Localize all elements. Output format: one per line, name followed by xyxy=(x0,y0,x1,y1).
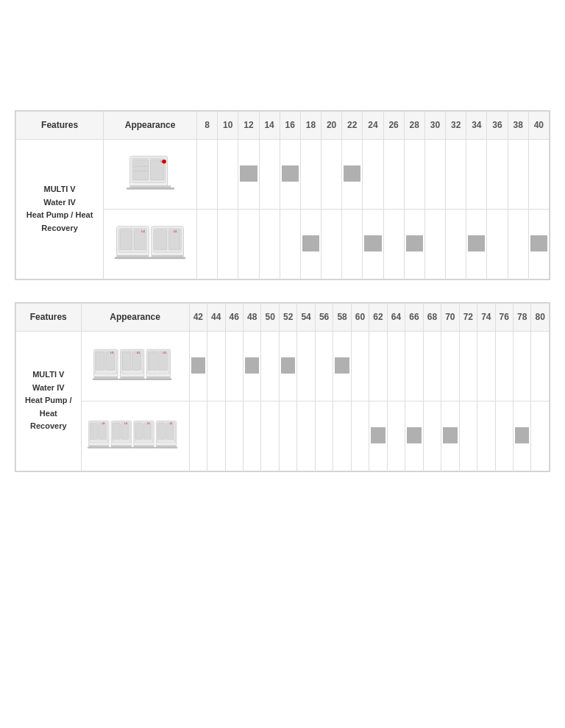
data-cell-row1-col8 xyxy=(363,139,383,209)
filled-block xyxy=(191,357,205,374)
data-cell-row2-col15 xyxy=(459,401,477,471)
data-cell-row2-col15 xyxy=(508,209,528,279)
features-header-1: Features xyxy=(16,112,104,140)
svg-rect-60 xyxy=(143,424,151,440)
data-cell-row1-col4 xyxy=(261,331,279,401)
table-1: Features Appearance 81012141618202224262… xyxy=(15,110,550,280)
data-cell-row1-col14 xyxy=(487,139,508,209)
data-cell-row2-col5 xyxy=(300,209,321,279)
col-header-20: 20 xyxy=(321,112,342,140)
svg-rect-68 xyxy=(154,447,177,449)
svg-rect-65 xyxy=(157,424,165,440)
data-cell-row2-col13 xyxy=(423,401,441,471)
features-header-2: Features xyxy=(16,303,82,331)
svg-rect-41 xyxy=(146,378,172,380)
col-header-48: 48 xyxy=(243,303,260,331)
table-row: MULTI VWater IVHeat Pump / HeatRecovery … xyxy=(16,331,550,401)
data-cell-row2-col5 xyxy=(279,401,296,471)
appearance-header-2: Appearance xyxy=(81,303,189,331)
col-header-56: 56 xyxy=(315,303,333,331)
filled-block xyxy=(515,427,529,443)
col-header-14: 14 xyxy=(259,112,280,140)
data-cell-row1-col10 xyxy=(369,331,387,401)
col-header-68: 68 xyxy=(423,303,441,331)
data-cell-row1-col2 xyxy=(225,331,243,401)
data-cell-row2-col10 xyxy=(369,401,387,471)
data-cell-row1-col4 xyxy=(280,139,300,209)
data-cell-row2-col10 xyxy=(404,209,424,279)
appearance-cell-1: LG LG LG xyxy=(81,331,189,401)
col-header-66: 66 xyxy=(405,303,423,331)
col-header-72: 72 xyxy=(459,303,477,331)
data-cell-row2-col9 xyxy=(351,401,369,471)
feature-label: MULTI VWater IVHeat Pump / HeatRecovery xyxy=(16,331,82,471)
col-header-70: 70 xyxy=(441,303,459,331)
filled-block xyxy=(443,427,457,443)
data-cell-row1-col1 xyxy=(207,331,225,401)
svg-rect-18 xyxy=(154,230,166,250)
filled-block xyxy=(371,427,385,443)
data-cell-row2-col6 xyxy=(297,401,315,471)
data-cell-row2-col1 xyxy=(218,209,238,279)
data-cell-row2-col8 xyxy=(333,401,351,471)
data-cell-row2-col14 xyxy=(487,209,508,279)
data-cell-row2-col2 xyxy=(238,209,259,279)
col-header-36: 36 xyxy=(487,112,508,140)
data-cell-row1-col13 xyxy=(423,331,441,401)
svg-rect-47 xyxy=(90,424,97,440)
filled-block xyxy=(530,235,547,251)
col-header-74: 74 xyxy=(477,303,495,331)
feature-label: MULTI VWater IVHeat Pump / HeatRecovery xyxy=(16,139,104,279)
svg-rect-38 xyxy=(149,352,157,371)
data-cell-row1-col17 xyxy=(495,331,513,401)
col-header-32: 32 xyxy=(446,112,466,140)
appearance-cell-1: LG xyxy=(104,139,197,209)
data-cell-row1-col7 xyxy=(342,139,363,209)
data-cell-row1-col2 xyxy=(238,139,259,209)
data-cell-row1-col6 xyxy=(321,139,342,209)
data-cell-row1-col15 xyxy=(459,331,477,401)
data-cell-row2-col14 xyxy=(441,401,459,471)
col-header-64: 64 xyxy=(387,303,405,331)
col-header-28: 28 xyxy=(404,112,424,140)
data-cell-row1-col0 xyxy=(189,331,207,401)
data-cell-row1-col3 xyxy=(259,139,280,209)
data-cell-row2-col0 xyxy=(189,401,207,471)
data-cell-row1-col7 xyxy=(315,331,333,401)
data-cell-row2-col8 xyxy=(363,209,383,279)
col-header-78: 78 xyxy=(514,303,531,331)
data-cell-row1-col12 xyxy=(405,331,423,401)
data-cell-row2-col16 xyxy=(477,401,495,471)
filled-block xyxy=(407,427,421,443)
data-cell-row2-col12 xyxy=(446,209,466,279)
col-header-8: 8 xyxy=(196,112,217,140)
col-header-18: 18 xyxy=(300,112,321,140)
svg-rect-39 xyxy=(159,352,168,371)
svg-rect-32 xyxy=(122,352,131,371)
svg-rect-26 xyxy=(96,352,104,371)
data-cell-row1-col15 xyxy=(508,139,528,209)
col-header-54: 54 xyxy=(297,303,315,331)
filled-block xyxy=(364,235,381,251)
data-cell-row2-col6 xyxy=(321,209,342,279)
col-header-34: 34 xyxy=(466,112,487,140)
col-header-12: 12 xyxy=(238,112,259,140)
data-cell-row1-col6 xyxy=(297,331,315,401)
col-header-46: 46 xyxy=(225,303,243,331)
data-cell-row1-col10 xyxy=(404,139,424,209)
data-cell-row1-col16 xyxy=(528,139,549,209)
filled-block xyxy=(245,357,259,374)
data-cell-row1-col12 xyxy=(446,139,466,209)
svg-rect-62 xyxy=(132,447,155,449)
data-cell-row1-col0 xyxy=(196,139,217,209)
data-cell-row2-col1 xyxy=(207,401,225,471)
data-cell-row2-col13 xyxy=(466,209,487,279)
svg-rect-48 xyxy=(99,424,106,440)
svg-rect-35 xyxy=(119,378,146,380)
svg-text:LG: LG xyxy=(163,351,166,354)
svg-text:LG: LG xyxy=(160,160,164,163)
svg-rect-7 xyxy=(127,188,174,190)
data-cell-row2-col12 xyxy=(405,401,423,471)
data-cell-row1-col1 xyxy=(218,139,238,209)
col-header-42: 42 xyxy=(189,303,207,331)
